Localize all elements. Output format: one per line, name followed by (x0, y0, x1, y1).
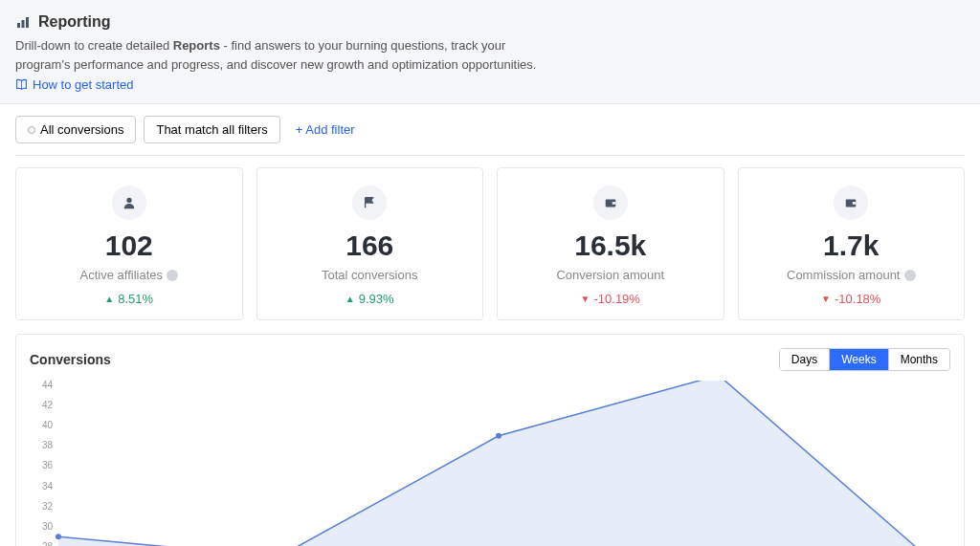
add-filter-button[interactable]: + Add filter (288, 117, 363, 142)
filter-match-all[interactable]: That match all filters (144, 116, 279, 143)
svg-text:42: 42 (42, 400, 54, 410)
metric-value: 16.5k (509, 229, 712, 262)
metric-value: 1.7k (750, 229, 953, 262)
chart-header: Conversions Days Weeks Months (30, 348, 950, 371)
svg-text:30: 30 (42, 521, 54, 532)
help-link[interactable]: How to get started (15, 77, 965, 92)
svg-rect-8 (853, 202, 857, 205)
svg-rect-6 (612, 202, 616, 205)
metric-label: Active affiliates (28, 268, 231, 282)
svg-point-4 (126, 198, 131, 203)
metric-change: ▼ -10.18% (750, 292, 953, 306)
arrow-down-icon: ▼ (821, 294, 831, 304)
svg-text:38: 38 (42, 440, 54, 450)
card-conversion-amount: 16.5k Conversion amount ▼ -10.19% (497, 167, 724, 320)
svg-text:40: 40 (42, 420, 54, 430)
svg-text:34: 34 (42, 481, 54, 491)
page-title: Reporting (15, 13, 965, 31)
range-days[interactable]: Days (780, 349, 830, 370)
svg-rect-0 (17, 23, 20, 28)
chart-area: 26283032343638404244Mar 05Mar 12Mar 19Ma… (30, 381, 950, 546)
flag-icon (352, 186, 387, 220)
card-active-affiliates: 102 Active affiliates ▲ 8.51% (15, 167, 243, 320)
chart-title: Conversions (30, 352, 111, 367)
arrow-up-icon: ▲ (104, 294, 114, 304)
metric-change: ▼ -10.19% (509, 292, 712, 306)
card-commission-amount: 1.7k Commission amount ▼ -10.18% (738, 167, 966, 320)
filter-all-conversions[interactable]: All conversions (15, 116, 136, 143)
wallet-icon (593, 186, 628, 220)
book-icon (15, 78, 28, 91)
range-months[interactable]: Months (889, 349, 949, 370)
info-icon[interactable] (167, 270, 178, 281)
conversions-chart: Conversions Days Weeks Months 2628303234… (15, 334, 965, 546)
svg-rect-1 (22, 20, 25, 28)
metric-value: 102 (28, 229, 231, 262)
metric-label: Commission amount (750, 268, 953, 282)
arrow-down-icon: ▼ (581, 294, 590, 304)
filter-bar: All conversions That match all filters +… (0, 104, 980, 155)
wallet-icon (834, 186, 868, 220)
card-total-conversions: 166 Total conversions ▲ 9.93% (256, 167, 484, 320)
line-chart-svg: 26283032343638404244Mar 05Mar 12Mar 19Ma… (30, 381, 948, 546)
info-icon[interactable] (904, 270, 916, 281)
svg-point-26 (496, 433, 501, 439)
user-icon (112, 186, 146, 220)
arrow-up-icon: ▲ (345, 294, 355, 304)
page-description: Drill-down to create detailed Reports - … (15, 36, 551, 74)
svg-text:44: 44 (42, 381, 54, 390)
svg-point-24 (56, 534, 61, 539)
svg-text:36: 36 (42, 460, 54, 470)
metric-change: ▲ 8.51% (28, 292, 231, 306)
svg-text:28: 28 (42, 541, 54, 546)
svg-rect-2 (26, 17, 29, 28)
radio-icon (28, 126, 35, 134)
range-weeks[interactable]: Weeks (830, 349, 888, 370)
metric-label: Total conversions (269, 268, 472, 282)
page-title-text: Reporting (38, 13, 111, 31)
range-switch: Days Weeks Months (779, 348, 950, 371)
metric-change: ▲ 9.93% (269, 292, 472, 306)
divider (15, 155, 965, 156)
svg-text:32: 32 (42, 501, 54, 512)
metric-value: 166 (269, 229, 472, 262)
reporting-icon (15, 14, 31, 30)
metric-cards: 102 Active affiliates ▲ 8.51% 166 Total … (0, 167, 980, 334)
metric-label: Conversion amount (509, 268, 712, 282)
page-header: Reporting Drill-down to create detailed … (0, 0, 980, 104)
